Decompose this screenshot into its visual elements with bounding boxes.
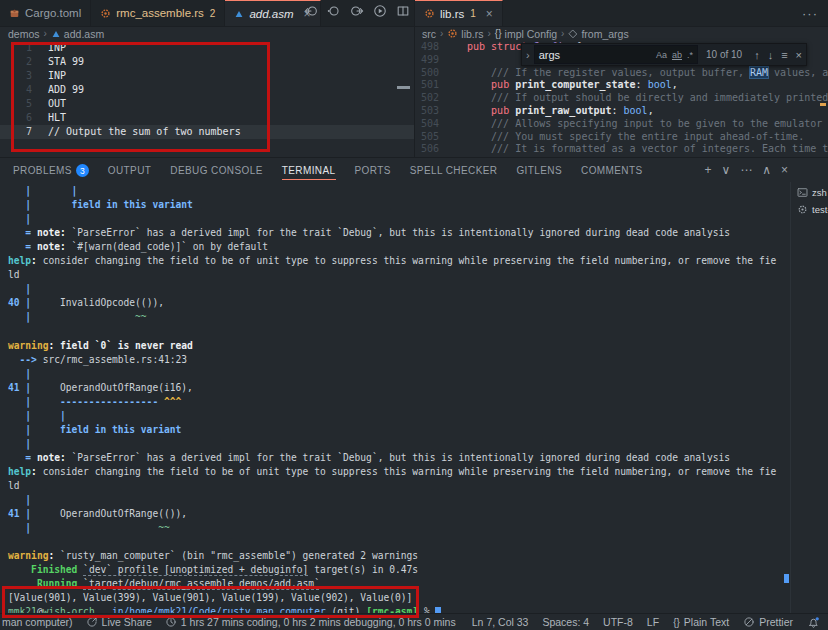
panel-tab-terminal[interactable]: TERMINAL bbox=[282, 161, 336, 180]
editor-add-asm[interactable]: 1INP2STA 993INP4ADD 995OUT6HLT7// Output… bbox=[0, 41, 414, 157]
status-item-label: Spaces: 4 bbox=[542, 616, 589, 628]
terminal-instance-test[interactable]: test-… bbox=[794, 201, 828, 218]
status-item-spaces-4[interactable]: Spaces: 4 bbox=[542, 616, 589, 628]
split-editor-button[interactable] bbox=[396, 4, 410, 22]
panel-tab-debug-console[interactable]: DEBUG CONSOLE bbox=[170, 161, 262, 179]
line-text: // Output the sum of two numbers bbox=[48, 125, 241, 139]
status-item-prettier[interactable]: Prettier bbox=[743, 616, 793, 628]
code-line[interactable]: 3INP bbox=[0, 69, 414, 83]
toggle-replace-icon[interactable]: › bbox=[522, 49, 534, 61]
breadcrumb-separator: › bbox=[561, 28, 564, 39]
terminal-sidebar-divider[interactable] bbox=[790, 182, 791, 613]
editor-group-divider[interactable] bbox=[414, 0, 415, 157]
whole-word-toggle[interactable]: ab bbox=[672, 50, 682, 60]
panel-tab-label: OUTPUT bbox=[108, 165, 152, 176]
nav-forward-button[interactable] bbox=[350, 4, 364, 22]
overview-ruler-mark bbox=[820, 103, 826, 106]
line-number: 504 bbox=[415, 118, 439, 131]
code-line[interactable]: 505 /// You must specify the entire inpu… bbox=[415, 131, 828, 144]
breadcrumb-item[interactable]: src bbox=[422, 28, 436, 40]
code-line[interactable]: 506 /// It is formatted as a vector of i… bbox=[415, 143, 828, 156]
panel-close-button[interactable]: × bbox=[781, 163, 788, 177]
find-in-selection-button[interactable]: ≡ bbox=[781, 49, 787, 61]
status-item-1-hrs-27-mins-coding-0-h[interactable]: 1 hrs 27 mins coding, 0 hrs 2 mins debug… bbox=[165, 616, 458, 628]
line-text bbox=[467, 54, 473, 67]
find-widget: › args Aa ab .* 10 of 10 ↑ ↓ ≡ × bbox=[521, 43, 807, 66]
line-number: 502 bbox=[415, 92, 439, 105]
regex-toggle[interactable]: .* bbox=[687, 50, 693, 60]
breadcrumb-item[interactable]: lib.rs bbox=[447, 28, 483, 40]
breadcrumb-item[interactable]: add.asm bbox=[51, 28, 104, 40]
tab-cargo-toml[interactable]: Cargo.toml bbox=[0, 0, 91, 26]
panel-tab-problems[interactable]: PROBLEMS3 bbox=[13, 160, 89, 180]
code-line[interactable]: 2STA 99 bbox=[0, 55, 414, 69]
status-item-bell[interactable] bbox=[807, 616, 820, 629]
status-item-live-share[interactable]: Live Share bbox=[86, 616, 152, 628]
status-item-lf[interactable]: LF bbox=[647, 616, 659, 628]
status-item-ln-7-col-33[interactable]: Ln 7, Col 33 bbox=[472, 616, 529, 628]
code-line[interactable]: 501 pub print_computer_state: bool, bbox=[415, 79, 828, 92]
match-case-toggle[interactable]: Aa bbox=[656, 50, 667, 60]
status-item-utf-8[interactable]: UTF-8 bbox=[603, 616, 633, 628]
panel-tab-output[interactable]: OUTPUT bbox=[108, 161, 152, 179]
code-line[interactable]: 4ADD 99 bbox=[0, 83, 414, 97]
breadcrumb-item[interactable]: {}impl Config bbox=[495, 28, 557, 40]
tab-label: lib.rs bbox=[440, 8, 464, 20]
terminal-output[interactable]: | | | field in this variant | = note: `P… bbox=[8, 184, 788, 619]
terminal-line: warning: field `0` is never read bbox=[8, 339, 788, 353]
tab-rmc-assemble-rs[interactable]: rmc_assemble.rs2 bbox=[91, 0, 225, 26]
code-line[interactable]: 6HLT bbox=[0, 111, 414, 125]
status-item-man-computer-[interactable]: man computer) bbox=[2, 616, 73, 628]
tab-label: add.asm bbox=[249, 8, 293, 20]
editor-tabs-group-2: lib.rs1× bbox=[415, 0, 503, 26]
nav-current-button[interactable] bbox=[327, 4, 341, 22]
terminal-line: = note: `#[warn(dead_code)]` on by defau… bbox=[8, 240, 788, 254]
breadcrumb-item[interactable]: from_args bbox=[568, 28, 628, 40]
more-actions-icon[interactable]: ··· bbox=[802, 6, 818, 21]
status-item-plain-text[interactable]: {}Plain Text bbox=[673, 616, 729, 628]
panel-more-button[interactable]: ⋯ bbox=[740, 163, 752, 177]
new-terminal-button[interactable]: + bbox=[704, 163, 711, 177]
panel-tab-gitlens[interactable]: GITLENS bbox=[516, 161, 562, 179]
terminal-line bbox=[8, 324, 788, 338]
line-text: HLT bbox=[48, 111, 66, 125]
tab-lib-rs[interactable]: lib.rs1× bbox=[415, 0, 503, 26]
terminal-line bbox=[8, 535, 788, 549]
asm-icon bbox=[51, 29, 61, 39]
find-query[interactable]: args bbox=[539, 49, 651, 61]
line-number: 505 bbox=[415, 131, 439, 144]
code-line[interactable]: 503 pub print_raw_output: bool, bbox=[415, 105, 828, 118]
panel-maximize-button[interactable]: ∧ bbox=[762, 163, 771, 177]
terminal-dropdown-button[interactable]: ∨ bbox=[721, 163, 730, 177]
terminal-instance-zsh[interactable]: zsh bbox=[794, 184, 828, 201]
tab-close-icon[interactable]: × bbox=[486, 7, 493, 21]
find-input[interactable]: args Aa ab .* bbox=[534, 45, 698, 64]
gear-icon bbox=[797, 204, 808, 215]
line-number: 3 bbox=[0, 69, 32, 83]
code-line[interactable]: 5OUT bbox=[0, 97, 414, 111]
terminal-line: | field in this variant bbox=[8, 198, 788, 212]
line-number: 6 bbox=[0, 111, 32, 125]
status-item-label: Prettier bbox=[759, 616, 793, 628]
nav-back-button[interactable] bbox=[304, 4, 318, 22]
breadcrumb-item[interactable]: demos bbox=[8, 28, 40, 40]
find-close-button[interactable]: × bbox=[796, 49, 802, 61]
line-text: /// Allows specifying input to be given … bbox=[467, 118, 828, 131]
find-next-button[interactable]: ↓ bbox=[768, 49, 774, 61]
panel-tab-comments[interactable]: COMMENTS bbox=[581, 161, 643, 179]
terminal-line: | bbox=[8, 212, 788, 226]
code-line[interactable]: 504 /// Allows specifying input to be gi… bbox=[415, 118, 828, 131]
line-number: 500 bbox=[415, 67, 439, 80]
panel-tab-label: PORTS bbox=[355, 165, 391, 176]
scrollbar-marker bbox=[397, 86, 410, 89]
code-line[interactable]: 1INP bbox=[0, 41, 414, 55]
find-previous-button[interactable]: ↑ bbox=[754, 49, 760, 61]
panel-tab-ports[interactable]: PORTS bbox=[355, 161, 391, 179]
code-line[interactable]: 502 /// If output should be directly and… bbox=[415, 92, 828, 105]
rust-icon bbox=[100, 8, 111, 19]
run-or-debug-button[interactable] bbox=[373, 4, 387, 22]
code-line[interactable]: 7// Output the sum of two numbers bbox=[0, 125, 414, 139]
panel-tab-spell-checker[interactable]: SPELL CHECKER bbox=[410, 161, 498, 179]
terminal-line: 40 | InvalidOpcode(()), bbox=[8, 296, 788, 310]
code-line[interactable]: 500 /// If the register values, output b… bbox=[415, 67, 828, 80]
